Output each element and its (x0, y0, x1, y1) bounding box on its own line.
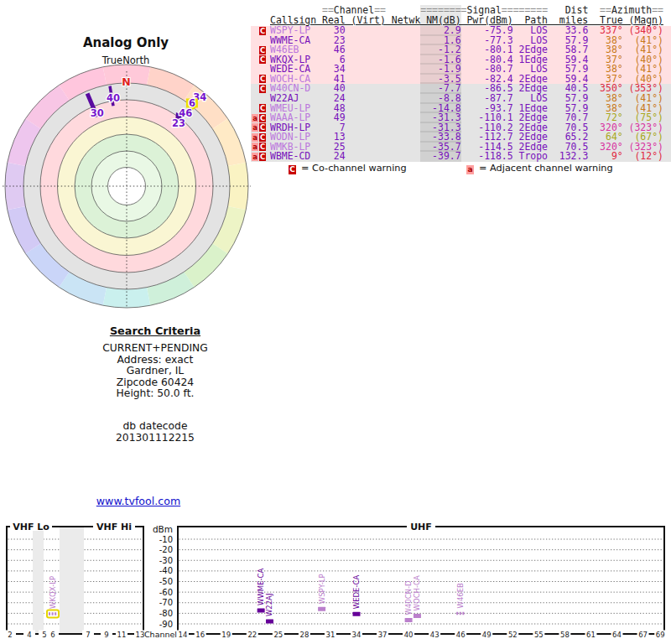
criteria-line: Height: 50.0 ft. (71, 388, 239, 399)
station-marker-label: W22AJ (266, 594, 274, 617)
cell-callsign: WBME-CD (270, 150, 316, 162)
adjacent-channel-warning-badge: a (252, 114, 258, 122)
legend-warning-icon: C (289, 165, 296, 174)
channel-label: 30 (91, 107, 104, 119)
x-tick-label: 25 (273, 631, 283, 639)
legend-warning-icon: a (466, 165, 474, 174)
table-row: aCWBME-CD 24 -39.7 -118.5 Tropo 132.3 9°… (251, 152, 671, 162)
x-tick-label: 61 (586, 631, 596, 639)
co-channel-warning-badge: C (259, 85, 266, 93)
db-datecode-value: 201301112215 (71, 433, 239, 444)
station-marker (318, 607, 325, 611)
band-label: VHF Hi (96, 522, 132, 532)
adjacent-channel-warning-badge: a (252, 143, 258, 151)
station-marker (414, 614, 421, 618)
x-tick-label: 67 (638, 631, 648, 639)
x-tick-label: 43 (430, 631, 440, 639)
co-channel-legend: C= Co-channel warning (289, 163, 407, 174)
search-criteria-lines: CURRENT+PENDINGAddress: exactGardner, IL… (71, 343, 239, 399)
compass-ring-segment (228, 163, 248, 210)
x-tick-label: 5 (42, 631, 46, 639)
y-tick-label: -60 (159, 588, 173, 597)
search-criteria: Search Criteria CURRENT+PENDINGAddress: … (71, 325, 239, 444)
site-link-wrapper: www.tvfool.com (50, 495, 226, 507)
spectrum-chart: VHF LoVHF HiUHFdBm-10-20-30-40-50-60-70-… (0, 520, 671, 644)
table-column-header: Callsign Real (Virt) Netwk NM(dB) Pwr(dB… (251, 16, 663, 26)
cell-pwr-dbm: -118.5 (461, 150, 513, 162)
x-axis-title: Channel (144, 630, 177, 639)
x-tick-label: 31 (326, 631, 336, 639)
band-label: VHF Lo (13, 522, 49, 532)
cell-azimuth-true: 9° (588, 150, 622, 162)
adjacent-channel-warning-badge: a (252, 123, 258, 132)
legend-label: = Co-channel warning (301, 163, 407, 174)
co-channel-warning-badge: C (259, 27, 266, 35)
y-tick-label: -80 (159, 609, 173, 618)
x-tick-label: 7 (86, 631, 90, 639)
criteria-line: Address: exact (71, 355, 239, 366)
cell-virt-netwk (346, 150, 421, 162)
criteria-line: CURRENT+PENDING (71, 343, 239, 354)
x-tick-label: 49 (482, 631, 492, 639)
co-channel-warning-badge: C (259, 133, 266, 142)
x-tick-label: 2 (8, 631, 12, 639)
co-channel-warning-badge: C (259, 153, 266, 161)
polar-chart-section: Analog Only TrueNorth 30403464623N (0, 0, 252, 319)
x-tick-label: 22 (247, 631, 257, 639)
channel-label: 40 (107, 92, 120, 104)
cell-miles: 132.3 (548, 150, 588, 162)
station-marker-label: W40CN-D (404, 580, 413, 615)
co-channel-warning-badge: C (259, 123, 266, 132)
cell-azimuth-magnetic: (12°) (623, 150, 663, 162)
x-tick-label: 34 (352, 631, 362, 639)
y-tick-label: -20 (159, 545, 173, 554)
x-tick-label: 46 (456, 631, 466, 639)
station-marker-label: WOCH-CA (413, 575, 421, 610)
search-criteria-heading: Search Criteria (71, 325, 239, 336)
adjacent-channel-warning-badge: a (252, 153, 258, 161)
x-tick-label: 64 (612, 631, 622, 639)
x-tick-label: 37 (378, 631, 388, 639)
band-label: UHF (410, 522, 432, 532)
adjacent-channel-warning-badge: a (252, 133, 258, 142)
spectrum-gap-band (60, 527, 84, 633)
co-channel-warning-badge: C (259, 75, 266, 83)
x-tick-label: 14 (179, 631, 188, 639)
db-datecode-block: db datecode 201301112215 (71, 421, 239, 444)
y-tick-label: -30 (159, 556, 173, 565)
table-row-text: WBME-CD 24 -39.7 -118.5 Tropo 132.3 9° (… (251, 152, 671, 162)
co-channel-warning-badge: C (259, 114, 266, 122)
x-tick-label: 52 (508, 631, 518, 639)
y-tick-label: -40 (159, 566, 173, 575)
x-tick-label: 19 (221, 631, 231, 639)
co-channel-warning-badge: C (259, 143, 266, 151)
y-tick-label: -70 (159, 598, 173, 607)
db-datecode-label: db datecode (71, 421, 239, 432)
x-tick-label: 28 (299, 631, 309, 639)
station-marker (257, 608, 265, 612)
y-tick-label: -90 (159, 620, 173, 629)
polar-chart-title: Analog Only (0, 35, 252, 50)
cell-real-channel: 24 (316, 150, 345, 162)
x-tick-label: 11 (117, 631, 127, 639)
station-marker-label: WSPY-LP (318, 574, 326, 604)
co-channel-warning-badge: C (259, 104, 266, 112)
y-tick-label: -10 (159, 535, 173, 544)
x-tick-label: 16 (195, 631, 205, 639)
station-marker-label: W46EB (456, 583, 465, 609)
co-channel-warning-badge: C (259, 46, 266, 55)
x-tick-label: 40 (404, 631, 414, 639)
criteria-line: Gardner, IL (71, 366, 239, 377)
adjacent-channel-legend: a= Adjacent channel warning (466, 163, 613, 174)
station-marker (405, 618, 413, 622)
compass-ring-segment (103, 288, 151, 308)
channel-label: 23 (172, 117, 185, 129)
polar-chart: 30403464623N (1, 60, 252, 312)
tvfool-link[interactable]: www.tvfool.com (96, 495, 180, 507)
table-body: CWSPY-LP 30 2.9 -75.9 LOS 33.6 337° (340… (251, 26, 671, 162)
x-tick-label: 69 (656, 631, 665, 639)
cell-nm-db: -39.7 (420, 150, 460, 162)
station-marker-label: WKQX-LP (49, 576, 57, 609)
co-channel-warning-badge: C (259, 55, 266, 64)
station-marker (266, 620, 273, 624)
